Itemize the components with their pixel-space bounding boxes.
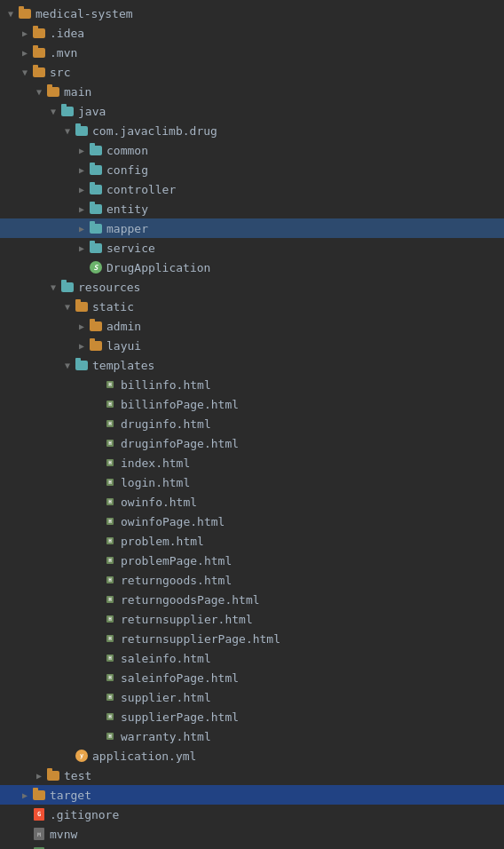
billinfopage-html-icon: H: [103, 397, 117, 411]
templates-arrow[interactable]: [60, 358, 75, 372]
resources-arrow[interactable]: [46, 280, 60, 294]
returngoods-html-label: returngoods.html: [121, 574, 232, 587]
problem-html-label: problem.html: [121, 535, 204, 548]
owinfo-html-item[interactable]: H owinfo.html: [0, 492, 504, 512]
returnsupplier-html-icon: H: [103, 612, 117, 626]
index-html-item[interactable]: H index.html: [0, 453, 504, 472]
service-folder-icon: [89, 241, 103, 255]
saleinfopage-html-icon: H: [103, 670, 117, 685]
admin-label: admin: [106, 320, 141, 333]
templates-item[interactable]: templates: [0, 355, 504, 375]
billinfo-html-icon: H: [103, 377, 117, 392]
returngoodspage-html-item[interactable]: H returngoodsPage.html: [0, 590, 504, 609]
controller-item[interactable]: controller: [0, 179, 504, 199]
mapper-arrow[interactable]: [75, 221, 89, 235]
returnsupplier-html-item[interactable]: H returnsupplier.html: [0, 609, 504, 629]
mvn-item[interactable]: .mvn: [0, 43, 504, 62]
mvnw-label: mvnw: [50, 828, 77, 841]
config-arrow[interactable]: [75, 163, 89, 177]
layui-arrow[interactable]: [75, 338, 89, 353]
root-item[interactable]: medical-system: [0, 4, 504, 23]
test-label: test: [64, 769, 91, 782]
billinfopage-html-label: billinfoPage.html: [121, 398, 239, 411]
com-folder-icon: [75, 123, 89, 138]
entity-folder-icon: [89, 202, 103, 216]
main-arrow[interactable]: [32, 84, 46, 99]
mvnw-item[interactable]: M mvnw: [0, 824, 504, 844]
billinfo-html-item[interactable]: H billinfo.html: [0, 375, 504, 394]
idea-item[interactable]: .idea: [0, 23, 504, 43]
admin-item[interactable]: admin: [0, 316, 504, 336]
owinfo-html-label: owinfo.html: [121, 496, 197, 509]
target-arrow[interactable]: [18, 788, 32, 802]
service-label: service: [106, 242, 155, 255]
returngoods-html-item[interactable]: H returngoods.html: [0, 570, 504, 590]
root-arrow[interactable]: [4, 6, 18, 20]
returngoods-html-icon: H: [103, 573, 117, 587]
owinfopage-html-item[interactable]: H owinfoPage.html: [0, 512, 504, 531]
supplier-html-label: supplier.html: [121, 691, 211, 704]
problempage-html-item[interactable]: H problemPage.html: [0, 551, 504, 570]
com-javaclimb-drug-item[interactable]: com.javaclimb.drug: [0, 121, 504, 140]
drugapplication-label: DrugApplication: [106, 261, 210, 274]
druginfopage-html-icon: H: [103, 436, 117, 450]
gitignore-item[interactable]: G .gitignore: [0, 805, 504, 824]
common-item[interactable]: common: [0, 140, 504, 160]
test-item[interactable]: test: [0, 766, 504, 785]
java-arrow[interactable]: [46, 104, 60, 118]
entity-arrow[interactable]: [75, 202, 89, 216]
common-arrow[interactable]: [75, 143, 89, 157]
problem-html-item[interactable]: H problem.html: [0, 531, 504, 551]
application-yml-label: application.yml: [92, 750, 196, 763]
src-item[interactable]: src: [0, 62, 504, 82]
service-item[interactable]: service: [0, 238, 504, 258]
drugapplication-item[interactable]: S DrugApplication: [0, 258, 504, 277]
static-label: static: [92, 300, 134, 313]
warranty-html-item[interactable]: H warranty.html: [0, 726, 504, 746]
src-arrow[interactable]: [18, 65, 32, 79]
resources-item[interactable]: resources: [0, 277, 504, 297]
returnsupplierpage-html-label: returnsupplierPage.html: [121, 632, 280, 646]
entity-item[interactable]: entity: [0, 199, 504, 218]
druginfo-html-item[interactable]: H druginfo.html: [0, 414, 504, 433]
mapper-item[interactable]: mapper: [0, 218, 504, 238]
owinfo-html-icon: H: [103, 495, 117, 509]
supplier-html-icon: H: [103, 690, 117, 704]
admin-folder-icon: [89, 319, 103, 333]
mvnw-cmd-item[interactable]: ▶ mvnw.cmd: [0, 844, 504, 849]
login-html-item[interactable]: H login.html: [0, 472, 504, 492]
service-arrow[interactable]: [75, 241, 89, 255]
layui-item[interactable]: layui: [0, 336, 504, 355]
saleinfopage-html-item[interactable]: H saleinfoPage.html: [0, 668, 504, 687]
static-item[interactable]: static: [0, 297, 504, 316]
java-item[interactable]: java: [0, 101, 504, 121]
gitignore-label: .gitignore: [50, 808, 119, 821]
druginfopage-html-item[interactable]: H druginfoPage.html: [0, 433, 504, 453]
billinfopage-html-item[interactable]: H billinfoPage.html: [0, 394, 504, 414]
target-label: target: [50, 789, 91, 802]
root-folder-icon: [18, 6, 32, 20]
index-html-icon: H: [103, 456, 117, 470]
supplierpage-html-item[interactable]: H supplierPage.html: [0, 707, 504, 726]
application-yml-item[interactable]: y application.yml: [0, 746, 504, 766]
com-arrow[interactable]: [60, 123, 75, 138]
returnsupplierpage-html-item[interactable]: H returnsupplierPage.html: [0, 629, 504, 648]
supplierpage-html-icon: H: [103, 710, 117, 724]
target-item[interactable]: target: [0, 785, 504, 805]
controller-arrow[interactable]: [75, 182, 89, 196]
java-label: java: [78, 105, 106, 118]
saleinfo-html-label: saleinfo.html: [121, 652, 211, 665]
entity-label: entity: [106, 202, 148, 216]
druginfo-html-label: druginfo.html: [121, 417, 211, 431]
saleinfo-html-item[interactable]: H saleinfo.html: [0, 648, 504, 668]
gitignore-icon: G: [32, 807, 46, 821]
admin-arrow[interactable]: [75, 319, 89, 333]
spring-icon: S: [89, 260, 103, 274]
static-arrow[interactable]: [60, 299, 75, 313]
config-item[interactable]: config: [0, 160, 504, 179]
idea-arrow[interactable]: [18, 26, 32, 40]
supplier-html-item[interactable]: H supplier.html: [0, 687, 504, 707]
mvn-arrow[interactable]: [18, 45, 32, 60]
test-arrow[interactable]: [32, 768, 46, 782]
main-item[interactable]: main: [0, 82, 504, 101]
